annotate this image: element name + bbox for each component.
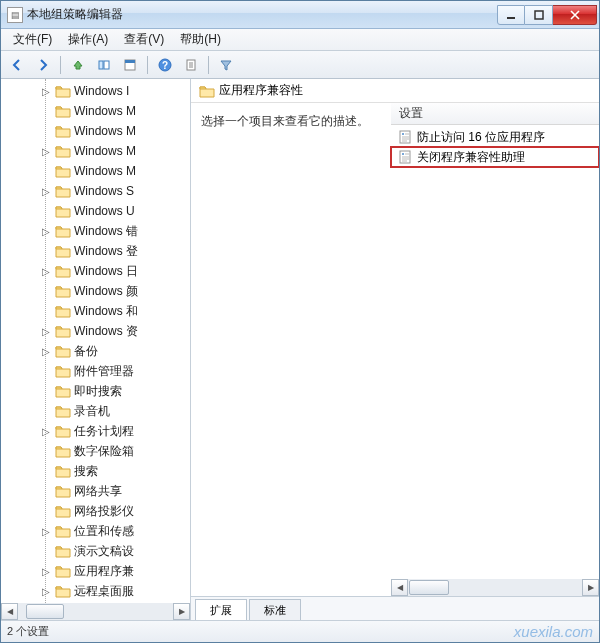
menu-file[interactable]: 文件(F)	[5, 29, 60, 50]
folder-icon	[55, 184, 71, 198]
description-text: 选择一个项目来查看它的描述。	[191, 103, 391, 596]
tree-item[interactable]: ▷Windows 资	[55, 321, 190, 341]
tree-item[interactable]: ▷Windows 错	[55, 221, 190, 241]
tree-item-label: 位置和传感	[74, 523, 134, 540]
folder-icon	[55, 364, 71, 378]
tree-item[interactable]: 录音机	[55, 401, 190, 421]
svg-rect-10	[402, 133, 404, 135]
tree-item-label: Windows M	[74, 144, 136, 158]
filter-button[interactable]	[214, 54, 238, 76]
tree-item[interactable]: ▷位置和传感	[55, 521, 190, 541]
tree-item[interactable]: ▷备份	[55, 341, 190, 361]
folder-icon	[55, 124, 71, 138]
tab-bar: 扩展 标准	[191, 596, 599, 620]
tree-item[interactable]: ▷Windows S	[55, 181, 190, 201]
expand-icon[interactable]: ▷	[41, 326, 51, 336]
setting-item[interactable]: 防止访问 16 位应用程序	[391, 127, 599, 147]
scrollbar-track[interactable]	[18, 603, 173, 620]
export-button[interactable]	[179, 54, 203, 76]
properties-button[interactable]	[118, 54, 142, 76]
tree-item[interactable]: Windows M	[55, 161, 190, 181]
folder-icon	[55, 164, 71, 178]
tree-item[interactable]: ▷应用程序兼	[55, 561, 190, 581]
menubar: 文件(F) 操作(A) 查看(V) 帮助(H)	[1, 29, 599, 51]
expand-icon[interactable]: ▷	[41, 146, 51, 156]
scroll-right-button[interactable]: ▶	[173, 603, 190, 620]
minimize-button[interactable]	[497, 5, 525, 25]
tab-extended[interactable]: 扩展	[195, 599, 247, 620]
tree-item-label: 备份	[74, 343, 98, 360]
scroll-left-button[interactable]: ◀	[391, 579, 408, 596]
expand-icon[interactable]: ▷	[41, 266, 51, 276]
tree-item[interactable]: 演示文稿设	[55, 541, 190, 561]
tree-item[interactable]: Windows 登	[55, 241, 190, 261]
column-header-setting[interactable]: 设置	[391, 103, 599, 125]
scrollbar-thumb[interactable]	[409, 580, 449, 595]
svg-rect-12	[402, 153, 404, 155]
folder-icon	[55, 444, 71, 458]
help-button[interactable]: ?	[153, 54, 177, 76]
settings-list: 防止访问 16 位应用程序关闭程序兼容性助理	[391, 125, 599, 579]
scroll-right-button[interactable]: ▶	[582, 579, 599, 596]
tree-item[interactable]: Windows 和	[55, 301, 190, 321]
forward-button[interactable]	[31, 54, 55, 76]
tree-item[interactable]: Windows M	[55, 121, 190, 141]
setting-label: 防止访问 16 位应用程序	[417, 129, 545, 146]
expand-icon[interactable]: ▷	[41, 226, 51, 236]
expand-icon[interactable]: ▷	[41, 566, 51, 576]
close-button[interactable]	[553, 5, 597, 25]
tree-item[interactable]: Windows U	[55, 201, 190, 221]
tree-item[interactable]: 网络共享	[55, 481, 190, 501]
tree-item-label: 附件管理器	[74, 363, 134, 380]
tree-item[interactable]: 数字保险箱	[55, 441, 190, 461]
maximize-button[interactable]	[525, 5, 553, 25]
menu-view[interactable]: 查看(V)	[116, 29, 172, 50]
status-text: 2 个设置	[7, 624, 49, 639]
folder-icon	[55, 584, 71, 598]
tree-item[interactable]: 搜索	[55, 461, 190, 481]
expand-icon[interactable]: ▷	[41, 586, 51, 596]
tab-standard[interactable]: 标准	[249, 599, 301, 620]
tree-item[interactable]: 即时搜索	[55, 381, 190, 401]
tree-item-label: 任务计划程	[74, 423, 134, 440]
up-button[interactable]	[66, 54, 90, 76]
tree-item-label: 搜索	[74, 463, 98, 480]
tree-item[interactable]: ▷任务计划程	[55, 421, 190, 441]
menu-help[interactable]: 帮助(H)	[172, 29, 229, 50]
expand-icon[interactable]: ▷	[41, 426, 51, 436]
window-frame: ▤ 本地组策略编辑器 文件(F) 操作(A) 查看(V) 帮助(H) ? ▷Wi…	[0, 0, 600, 643]
tree-item-label: Windows M	[74, 104, 136, 118]
expand-icon[interactable]: ▷	[41, 86, 51, 96]
tree-item[interactable]: ▷Windows M	[55, 141, 190, 161]
menu-action[interactable]: 操作(A)	[60, 29, 116, 50]
titlebar: ▤ 本地组策略编辑器	[1, 1, 599, 29]
tree-pane: ▷Windows IWindows MWindows M▷Windows MWi…	[1, 79, 191, 620]
expand-icon[interactable]: ▷	[41, 186, 51, 196]
app-icon: ▤	[7, 7, 23, 23]
expand-icon[interactable]: ▷	[41, 346, 51, 356]
svg-rect-1	[535, 11, 543, 19]
scroll-left-button[interactable]: ◀	[1, 603, 18, 620]
tree-item-label: Windows 登	[74, 243, 138, 260]
policy-icon	[397, 129, 413, 145]
show-hide-button[interactable]	[92, 54, 116, 76]
svg-rect-3	[104, 61, 109, 69]
tree-item[interactable]: Windows 颜	[55, 281, 190, 301]
folder-icon	[55, 404, 71, 418]
scrollbar-thumb[interactable]	[26, 604, 64, 619]
tree-item-label: Windows S	[74, 184, 134, 198]
tree-item[interactable]: ▷Windows I	[55, 81, 190, 101]
tree-item[interactable]: Windows M	[55, 101, 190, 121]
tree-item-label: Windows 错	[74, 223, 138, 240]
tree-item-label: 演示文稿设	[74, 543, 134, 560]
scrollbar-track[interactable]	[408, 579, 582, 596]
tree-item[interactable]: 网络投影仪	[55, 501, 190, 521]
expand-icon[interactable]: ▷	[41, 526, 51, 536]
separator-icon	[60, 56, 61, 74]
folder-icon	[55, 464, 71, 478]
back-button[interactable]	[5, 54, 29, 76]
tree-item[interactable]: ▷Windows 日	[55, 261, 190, 281]
setting-item[interactable]: 关闭程序兼容性助理	[391, 147, 599, 167]
tree-item[interactable]: ▷远程桌面服	[55, 581, 190, 601]
tree-item[interactable]: 附件管理器	[55, 361, 190, 381]
